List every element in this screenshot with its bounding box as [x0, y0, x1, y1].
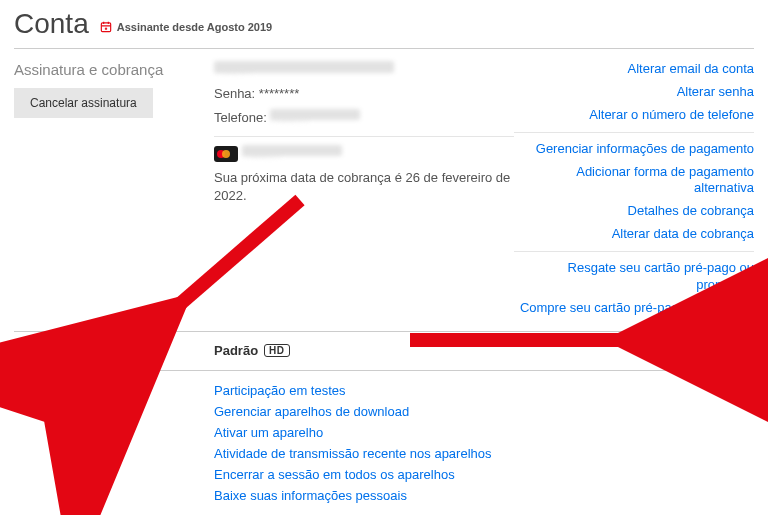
add-alt-payment-link[interactable]: Adicionar forma de pagamento alternativa: [514, 164, 754, 198]
change-email-link[interactable]: Alterar email da conta: [514, 61, 754, 78]
plan-name: Padrão: [214, 343, 258, 358]
config-downloads-link[interactable]: Gerenciar aparelhos de download: [214, 404, 514, 419]
password-value: ********: [259, 86, 299, 101]
plan-heading: Detalhes do plano: [14, 342, 214, 359]
config-download-info-link[interactable]: Baixe suas informações pessoais: [214, 488, 514, 503]
redeem-link[interactable]: Resgate seu cartão pré-pago ou promoção: [514, 260, 754, 294]
subscriber-since-badge: Assinante desde Agosto 2019: [99, 20, 272, 34]
change-phone-link[interactable]: Alterar o número de telefone: [514, 107, 754, 124]
card-number-blurred: hidden: [242, 145, 342, 156]
mastercard-icon: [214, 146, 238, 162]
billing-section: Assinatura e cobrança Cancelar assinatur…: [14, 49, 754, 332]
billing-heading: Assinatura e cobrança: [14, 61, 214, 78]
config-section: Configurações Participação em testes Ger…: [14, 371, 754, 515]
hd-badge: HD: [264, 344, 289, 357]
config-heading: Configurações: [14, 383, 214, 400]
change-plan-link[interactable]: Alterar plano: [680, 344, 754, 359]
billing-details-link[interactable]: Detalhes de cobrança: [514, 203, 754, 220]
manage-payment-link[interactable]: Gerenciar informações de pagamento: [514, 141, 754, 158]
phone-label: Telefone:: [214, 110, 267, 125]
page-title: Conta: [14, 8, 89, 40]
plan-section: Detalhes do plano Padrão HD Alterar plan…: [14, 332, 754, 371]
config-tests-link[interactable]: Participação em testes: [214, 383, 514, 398]
cancel-subscription-button[interactable]: Cancelar assinatura: [14, 88, 153, 118]
next-billing-text: Sua próxima data de cobrança é 26 de fev…: [214, 169, 514, 205]
phone-blurred: hidden: [270, 109, 360, 120]
password-label: Senha:: [214, 86, 255, 101]
config-activity-link[interactable]: Atividade de transmissão recente nos apa…: [214, 446, 514, 461]
subscriber-icon: [99, 20, 113, 34]
config-signout-link[interactable]: Encerrar a sessão em todos os aparelhos: [214, 467, 514, 482]
buy-prepaid-link[interactable]: Compre seu cartão pré-pago Netflix aqui: [514, 300, 754, 317]
svg-rect-0: [101, 23, 110, 32]
config-activate-link[interactable]: Ativar um aparelho: [214, 425, 514, 440]
change-password-link[interactable]: Alterar senha: [514, 84, 754, 101]
email-blurred: hidden: [214, 61, 394, 73]
change-billing-date-link[interactable]: Alterar data de cobrança: [514, 226, 754, 243]
